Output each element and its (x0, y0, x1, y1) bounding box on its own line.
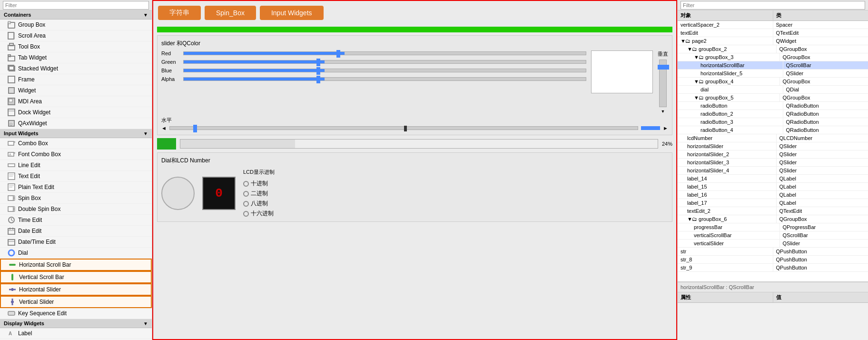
tree-row[interactable]: radioButton_2 QRadioButton (678, 110, 868, 118)
tree-row[interactable]: verticalSpacer_2 Spacer (678, 21, 868, 29)
sidebar-item-horizontal-scroll-bar[interactable]: Horizontal Scroll Bar (0, 259, 152, 271)
sidebar-item-text-edit[interactable]: Text Edit (0, 171, 152, 182)
tree-row[interactable]: str_8 QPushButton (678, 256, 868, 264)
expand-icon[interactable]: ▼ (681, 38, 685, 44)
section-containers[interactable]: Containers ▼ (0, 10, 152, 20)
blue-slider-thumb[interactable] (316, 67, 320, 75)
tree-row[interactable]: label_14 QLabel (678, 175, 868, 183)
tree-row[interactable]: textEdit_2 QTextEdit (678, 207, 868, 215)
sidebar-item-mdi-area[interactable]: MDI Area (0, 96, 152, 107)
alpha-slider-thumb[interactable] (316, 76, 320, 83)
left-panel-scroll[interactable]: Containers ▼ Group Box Scroll Area Tool … (0, 10, 152, 340)
section-input-widgets[interactable]: Input Widgets ▼ (0, 129, 152, 138)
radio-decimal[interactable]: 十进制 (243, 180, 275, 188)
radio-binary[interactable]: 二进制 (243, 190, 275, 198)
btn-spinbox[interactable]: Spin_Box (205, 6, 256, 20)
tree-row[interactable]: radioButton_4 QRadioButton (678, 126, 868, 134)
right-filter-input[interactable] (681, 1, 865, 10)
bottom-filter-bar: horizontalScrollBar : QScrollBar (678, 282, 868, 292)
sidebar-item-vertical-slider[interactable]: Vertical Slider (0, 296, 152, 308)
tree-row[interactable]: label_17 QLabel (678, 199, 868, 207)
sidebar-item-stacked-widget[interactable]: Stacked Widget (0, 63, 152, 74)
tree-row[interactable]: horizontalSlider QSlider (678, 142, 868, 150)
sidebar-item-qax-widget[interactable]: Q QAxWidget (0, 118, 152, 129)
sidebar-item-date-time-edit[interactable]: Date/Time Edit (0, 237, 152, 248)
tree-row[interactable]: radioButton_3 QRadioButton (678, 118, 868, 126)
sidebar-item-widget[interactable]: Widget (0, 85, 152, 96)
expand-icon[interactable]: ▼ (694, 54, 699, 60)
tree-row[interactable]: ▼🗂 groupBox_3 QGroupBox (678, 53, 868, 61)
sidebar-item-line-edit[interactable]: Line Edit (0, 160, 152, 171)
mdi-area-icon (8, 98, 15, 105)
alpha-slider-track[interactable] (183, 77, 586, 81)
sidebar-item-key-sequence-edit[interactable]: Key Sequence Edit (0, 308, 152, 319)
tree-row[interactable]: verticalSlider QSlider (678, 240, 868, 248)
tree-row[interactable]: dial QDial (678, 86, 868, 94)
tree-row[interactable]: radioButton QRadioButton (678, 102, 868, 110)
sidebar-item-vertical-scroll-bar[interactable]: Vertical Scroll Bar (0, 271, 152, 283)
expand-icon[interactable]: ▼ (687, 216, 692, 222)
sidebar-item-combo-box[interactable]: Combo Box (0, 138, 152, 149)
radio-octal[interactable]: 八进制 (243, 200, 275, 208)
sidebar-item-frame[interactable]: Frame (0, 74, 152, 85)
dial-circle[interactable] (161, 177, 195, 210)
blue-label: Blue (161, 68, 180, 73)
tree-row[interactable]: textEdit QTextEdit (678, 29, 868, 37)
tree-row-selected[interactable]: horizontalScrollBar QScrollBar (678, 61, 868, 70)
tree-row[interactable]: ▼🗂 groupBox_6 QGroupBox (678, 215, 868, 223)
tree-row[interactable]: ▼🗂 page2 QWidget (678, 37, 868, 45)
tree-row[interactable]: horizontalSlider_2 QSlider (678, 150, 868, 159)
svg-marker-31 (13, 196, 15, 198)
green-progress-bar (157, 27, 672, 32)
sidebar-item-plain-text-edit[interactable]: Plain Text Edit (0, 182, 152, 193)
btn-string[interactable]: 字符串 (158, 6, 201, 20)
sidebar-item-spin-box[interactable]: Spin Box (0, 193, 152, 204)
tree-row[interactable]: str QPushButton (678, 248, 868, 256)
tree-row[interactable]: label_16 QLabel (678, 191, 868, 199)
tree-row[interactable]: str_9 QPushButton (678, 264, 868, 272)
tree-row[interactable]: verticalScrollBar QScrollBar (678, 231, 868, 240)
tree-row[interactable]: ▼🗂 groupBox_4 QGroupBox (678, 78, 868, 86)
expand-icon[interactable]: ▼ (687, 46, 692, 52)
sidebar-item-horizontal-slider[interactable]: Horizontal Slider (0, 283, 152, 296)
sidebar-item-label[interactable]: A Label (0, 328, 152, 339)
tree-type: QWidget (773, 37, 868, 45)
date-edit-label: Date Edit (18, 228, 41, 234)
sidebar-item-date-edit[interactable]: Date Edit (0, 226, 152, 237)
sidebar-item-tab-widget[interactable]: Tab Widget (0, 52, 152, 63)
tree-row[interactable]: ▼🗂 groupBox_2 QGroupBox (678, 45, 868, 53)
h-slider-thumb[interactable] (193, 125, 197, 132)
sidebar-item-scroll-area[interactable]: Scroll Area (0, 30, 152, 41)
green-slider-thumb[interactable] (316, 59, 320, 66)
sidebar-item-group-box[interactable]: Group Box (0, 20, 152, 30)
tree-row[interactable]: horizontalSlider_5 QSlider (678, 70, 868, 78)
sidebar-item-double-spin-box[interactable]: Double Spin Box (0, 204, 152, 215)
sidebar-item-dock-widget[interactable]: Dock Widget (0, 107, 152, 118)
blue-slider-track[interactable] (183, 69, 586, 72)
tree-obj: label_17 (678, 199, 777, 207)
tree-row[interactable]: lcdNumber QLCDNumber (678, 134, 868, 142)
font-combo-box-icon: A (8, 150, 15, 158)
vertical-slider-thumb[interactable] (658, 65, 669, 70)
red-slider-track[interactable] (183, 51, 586, 55)
sidebar-item-time-edit[interactable]: Time Edit (0, 215, 152, 226)
tree-row[interactable]: label_15 QLabel (678, 183, 868, 191)
btn-input[interactable]: Input Widgets (260, 6, 324, 20)
left-filter-input[interactable] (3, 1, 149, 10)
radio-hex[interactable]: 十六进制 (243, 210, 275, 218)
sidebar-item-font-combo-box[interactable]: A Font Combo Box (0, 149, 152, 160)
tree-row[interactable]: ▼🗂 groupBox_5 QGroupBox (678, 94, 868, 102)
tree-row[interactable]: horizontalSlider_3 QSlider (678, 159, 868, 167)
green-slider-track[interactable] (183, 60, 586, 64)
red-slider-thumb[interactable] (336, 50, 340, 58)
expand-icon[interactable]: ▼ (694, 79, 699, 84)
expand-icon[interactable]: ▼ (694, 95, 699, 100)
sidebar-item-tool-box[interactable]: Tool Box (0, 41, 152, 52)
vertical-slider[interactable] (659, 60, 667, 107)
object-tree[interactable]: 对象 类 verticalSpacer_2 Spacer textEdit QT… (678, 10, 868, 282)
section-display-widgets[interactable]: Display Widgets ▼ (0, 319, 152, 328)
sidebar-item-dial[interactable]: Dial (0, 248, 152, 259)
tree-row[interactable]: progressBar QProgressBar (678, 223, 868, 231)
tree-row[interactable]: horizontalSlider_4 QSlider (678, 167, 868, 175)
h-slider-track[interactable] (169, 126, 638, 130)
